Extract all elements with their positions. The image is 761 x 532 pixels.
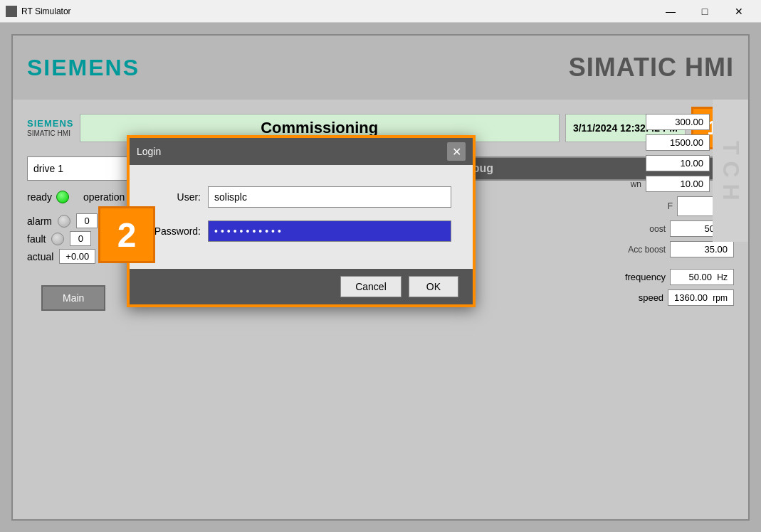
dialog-title: Login — [137, 146, 161, 157]
password-label: Password: — [151, 225, 201, 237]
hmi-area: SIEMENS SIMATIC HMI SIEMENS SIMATIC HMI … — [11, 34, 750, 521]
cancel-button[interactable]: Cancel — [340, 276, 402, 297]
dialog-body: User: Password: — [130, 165, 473, 269]
window-controls: — □ ✕ — [654, 0, 755, 23]
dialog-close-button[interactable]: ✕ — [447, 142, 466, 161]
main-window: SIEMENS SIMATIC HMI SIEMENS SIMATIC HMI … — [0, 23, 761, 532]
app-icon — [6, 6, 17, 17]
password-input[interactable] — [208, 220, 451, 242]
titlebar: RT Simulator — □ ✕ — [0, 0, 761, 23]
dialog-overlay: 2 Login ✕ User: Password: — [13, 36, 748, 519]
badge-2: 2 — [98, 206, 155, 263]
dialog-titlebar: Login ✕ — [130, 138, 473, 165]
dialog-footer: Cancel OK — [130, 269, 473, 304]
ok-button[interactable]: OK — [409, 276, 458, 297]
user-label: User: — [151, 191, 201, 203]
password-field: Password: — [151, 220, 451, 242]
titlebar-title: RT Simulator — [21, 6, 654, 16]
minimize-button[interactable]: — — [654, 0, 687, 23]
user-field: User: — [151, 186, 451, 208]
login-dialog: Login ✕ User: Password: Cancel OK — [127, 135, 476, 307]
restore-button[interactable]: □ — [688, 0, 721, 23]
close-button[interactable]: ✕ — [723, 0, 755, 23]
user-input[interactable] — [208, 186, 451, 208]
